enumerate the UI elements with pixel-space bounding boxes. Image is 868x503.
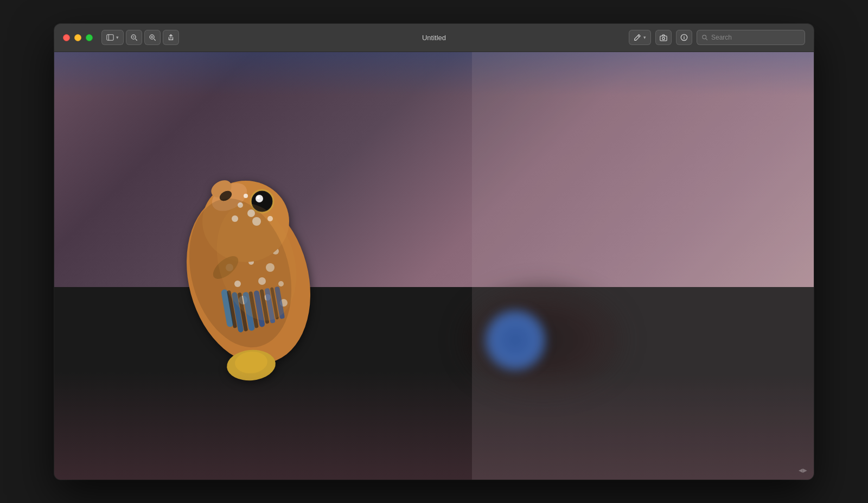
dof-right — [472, 52, 814, 480]
zoom-out-button[interactable] — [126, 30, 142, 45]
sidebar-toggle-button[interactable]: ▾ — [101, 30, 124, 45]
sidebar-chevron-icon: ▾ — [116, 35, 119, 40]
close-button[interactable] — [63, 34, 70, 41]
svg-rect-10 — [660, 36, 667, 41]
markup-chevron-icon: ▾ — [643, 35, 646, 40]
svg-line-3 — [136, 39, 137, 41]
info-button[interactable] — [676, 30, 692, 45]
main-window: ▾ — [54, 24, 814, 480]
svg-line-6 — [154, 39, 156, 41]
toolbar-right: ▾ — [629, 30, 805, 45]
svg-point-15 — [703, 35, 706, 39]
maximize-button[interactable] — [86, 34, 93, 41]
svg-line-9 — [638, 36, 640, 37]
svg-line-16 — [706, 39, 707, 40]
watermark: ◀▶ — [799, 467, 807, 473]
window-title: Untitled — [422, 34, 446, 42]
fish-illustration — [145, 137, 352, 387]
toolbar-left: ▾ — [101, 30, 179, 45]
content-area: ◀▶ — [54, 52, 814, 480]
sidebar-icon — [106, 34, 114, 41]
image-viewer: ◀▶ — [54, 52, 814, 480]
zoom-in-button[interactable] — [144, 30, 161, 45]
zoom-out-icon — [130, 34, 138, 41]
svg-point-11 — [662, 37, 665, 40]
svg-point-53 — [244, 194, 248, 198]
markup-button[interactable]: ▾ — [629, 30, 651, 45]
search-input[interactable] — [711, 34, 800, 41]
svg-rect-0 — [107, 35, 113, 41]
share-icon — [167, 34, 175, 41]
titlebar: ▾ — [54, 24, 814, 52]
pen-icon — [634, 34, 641, 41]
svg-point-14 — [684, 36, 684, 36]
search-bar[interactable] — [697, 30, 805, 45]
svg-point-57 — [257, 196, 260, 199]
search-icon — [701, 34, 708, 41]
snapshot-button[interactable] — [655, 30, 672, 45]
share-button[interactable] — [163, 30, 179, 45]
info-icon — [680, 34, 688, 41]
camera-icon — [660, 34, 667, 41]
minimize-button[interactable] — [74, 34, 81, 41]
traffic-lights — [63, 34, 93, 41]
fish-subject — [145, 137, 352, 387]
zoom-in-icon — [149, 34, 156, 41]
